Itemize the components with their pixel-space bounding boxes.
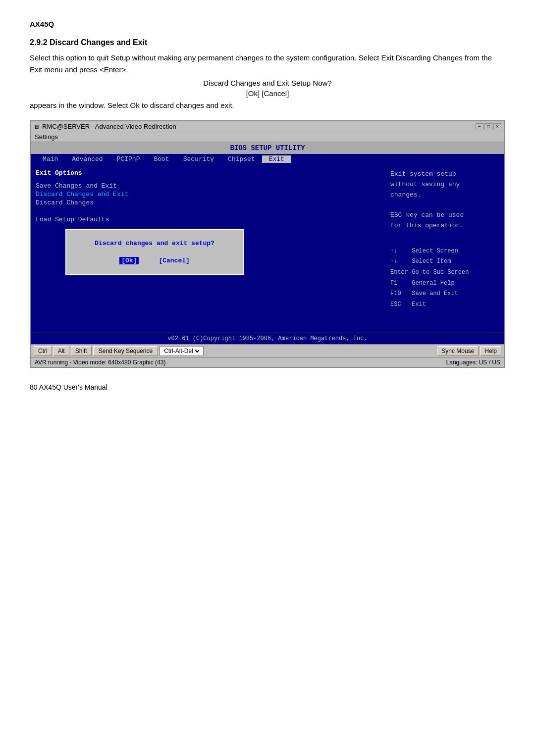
send-key-sequence-button[interactable]: Send Key Sequence <box>93 346 158 356</box>
nav-security[interactable]: Security <box>176 155 221 163</box>
alt-button[interactable]: Alt <box>54 346 69 356</box>
help-button[interactable]: Help <box>480 346 501 356</box>
centered-text-2: [Ok] [Cancel] <box>30 89 505 98</box>
section-heading: 2.9.2 Discard Changes and Exit <box>30 38 505 47</box>
window-menu: Settings <box>31 132 504 142</box>
bios-nav: Main Advanced PCIPnP Boot Security Chips… <box>31 154 504 164</box>
minimize-button[interactable]: − <box>476 123 483 130</box>
dialog-ok-button[interactable]: [Ok] <box>119 257 139 264</box>
status-right: Languages: US / US <box>446 359 500 366</box>
bios-key-row-2: ↑↓ Select Item <box>390 256 499 267</box>
dialog-cancel-button[interactable]: [Cancel] <box>159 257 189 264</box>
bios-footer: v02.61 (C)Copyright 1985-2006, American … <box>31 333 504 344</box>
doc-title: AX45Q <box>30 20 505 28</box>
bios-key-row-1: ↑↓ Select Screen <box>390 246 499 257</box>
toolbar: Ctrl Alt Shift Send Key Sequence Ctrl-Al… <box>31 344 504 357</box>
bios-dialog-buttons: [Ok] [Cancel] <box>81 257 228 264</box>
body-text-1: Select this option to quit Setup without… <box>30 52 505 76</box>
nav-boot[interactable]: Boot <box>147 155 176 163</box>
nav-advanced[interactable]: Advanced <box>65 155 109 163</box>
option-save-exit[interactable]: Save Changes and Exit <box>36 182 378 190</box>
nav-pciPnP[interactable]: PCIPnP <box>110 155 147 163</box>
ctrl-button[interactable]: Ctrl <box>34 346 52 356</box>
status-left: AVR running - Video mode: 640x480 Graphi… <box>35 359 165 366</box>
monitor-icon: 🖥 <box>34 124 39 130</box>
option-load-defaults[interactable]: Load Setup Defaults <box>36 215 378 224</box>
body-text-2: appears in the window. Select Ok to disc… <box>30 100 505 111</box>
bios-key-row-5: F10 Save and Exit <box>390 289 499 300</box>
nav-exit[interactable]: Exit <box>262 155 291 163</box>
bios-key-row-6: ESC Exit <box>390 300 499 310</box>
option-discard[interactable]: Discard Changes <box>36 199 378 207</box>
status-bar: AVR running - Video mode: 640x480 Graphi… <box>31 357 504 367</box>
window-titlebar: 🖥 RMC@SERVER - Advanced Video Redirectio… <box>31 121 504 132</box>
option-discard-exit[interactable]: Discard Changes and Exit <box>36 190 378 199</box>
page-footer: 80 AX45Q User's Manual <box>30 373 505 396</box>
bios-dialog: Discard changes and exit setup? [Ok] [Ca… <box>65 229 244 275</box>
bios-help-text-1: Exit system setupwithout saving anychang… <box>390 169 499 231</box>
close-button[interactable]: × <box>493 123 501 130</box>
bios-content: BIOS SETUP UTILITY Main Advanced PCIPnP … <box>31 142 504 344</box>
menu-settings[interactable]: Settings <box>35 133 58 141</box>
window-controls: − □ × <box>476 123 501 130</box>
bios-header: BIOS SETUP UTILITY <box>31 142 504 154</box>
bios-dialog-overlay: Discard changes and exit setup? [Ok] [Ca… <box>46 229 375 275</box>
footer-left: 80 AX45Q User's Manual <box>30 383 107 391</box>
bios-keys-section: ↑↓ Select Screen ↑↓ Select Item Enter Go… <box>390 246 499 310</box>
bios-body: Exit Options Save Changes and Exit Disca… <box>31 164 504 333</box>
bios-dialog-text: Discard changes and exit setup? <box>81 240 228 247</box>
bios-section-title: Exit Options <box>36 169 385 177</box>
bios-key-row-3: Enter Go to Sub Screen <box>390 267 499 278</box>
bios-window: 🖥 RMC@SERVER - Advanced Video Redirectio… <box>30 120 505 368</box>
bios-right-panel: Exit system setupwithout saving anychang… <box>390 169 499 328</box>
centered-text-1: Discard Changes and Exit Setup Now? <box>30 79 505 87</box>
shift-button[interactable]: Shift <box>71 346 92 356</box>
maximize-button[interactable]: □ <box>484 123 492 130</box>
window-title: 🖥 RMC@SERVER - Advanced Video Redirectio… <box>34 123 176 130</box>
nav-main[interactable]: Main <box>36 155 65 163</box>
bios-left-panel: Exit Options Save Changes and Exit Disca… <box>36 169 385 328</box>
key-sequence-dropdown[interactable]: Ctrl-Alt-Del <box>160 346 204 356</box>
bios-key-row-4: F1 General Help <box>390 278 499 289</box>
nav-chipset[interactable]: Chipset <box>221 155 262 163</box>
key-sequence-select[interactable]: Ctrl-Alt-Del <box>162 347 201 355</box>
window-title-text: RMC@SERVER - Advanced Video Redirection <box>42 123 176 130</box>
sync-mouse-button[interactable]: Sync Mouse <box>437 346 479 356</box>
bios-options: Save Changes and Exit Discard Changes an… <box>36 182 385 224</box>
option-spacer <box>36 207 378 215</box>
